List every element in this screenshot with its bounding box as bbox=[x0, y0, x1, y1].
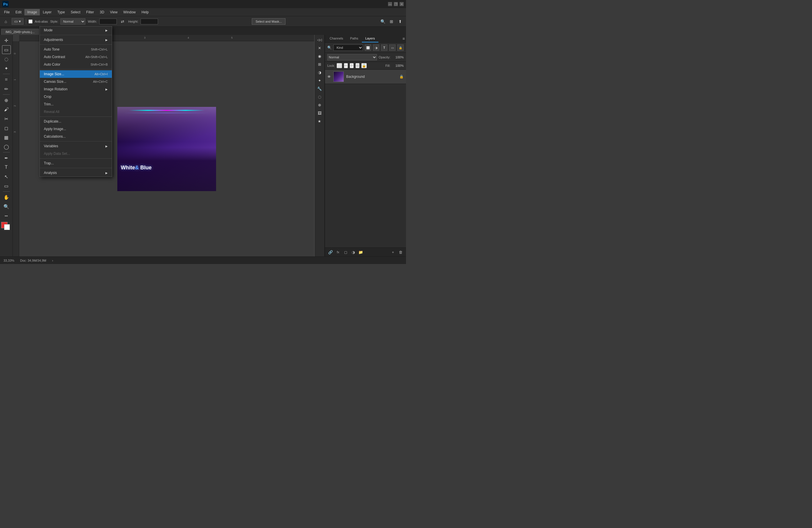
crop-tool[interactable]: ⌗ bbox=[2, 75, 11, 84]
panel-btn-6[interactable]: ◌ bbox=[316, 93, 323, 101]
menu-item-trap[interactable]: Trap... bbox=[40, 159, 112, 167]
lock-transparent-btn[interactable]: ⬜ bbox=[337, 63, 342, 68]
panel-menu-button[interactable]: ≡ bbox=[403, 36, 405, 41]
gradient-tool[interactable]: ▦ bbox=[2, 133, 11, 142]
share-button[interactable]: ⬆ bbox=[397, 18, 404, 25]
layout-button[interactable]: ⊞ bbox=[388, 18, 395, 25]
lock-artboard-btn[interactable]: ⊠ bbox=[356, 63, 360, 68]
doc-info-expand[interactable]: › bbox=[52, 259, 53, 262]
blend-mode-select[interactable]: Normal Dissolve Multiply Screen Overlay bbox=[327, 54, 377, 60]
link-layers-btn[interactable]: 🔗 bbox=[327, 249, 334, 255]
menu-item-auto-tone[interactable]: Auto Tone Shift+Ctrl+L bbox=[40, 46, 112, 53]
menu-3d[interactable]: 3D bbox=[97, 9, 107, 15]
text-tool[interactable]: T bbox=[2, 163, 11, 172]
swap-button[interactable]: ⇄ bbox=[119, 18, 126, 25]
menu-help[interactable]: Help bbox=[139, 9, 151, 15]
panel-btn-8[interactable]: 🖼 bbox=[316, 109, 323, 117]
layer-item-background[interactable]: 👁 Background 🔒 bbox=[325, 70, 406, 84]
tab-channels[interactable]: Channels bbox=[326, 35, 347, 42]
menu-item-image-rotation[interactable]: Image Rotation ▶ bbox=[40, 85, 112, 93]
pen-tool[interactable]: ✒ bbox=[2, 153, 11, 162]
menu-view[interactable]: View bbox=[107, 9, 120, 15]
anti-alias-checkbox[interactable] bbox=[28, 19, 32, 24]
more-tools[interactable]: ••• bbox=[2, 211, 11, 220]
select-and-mask-button[interactable]: Select and Mask... bbox=[252, 18, 286, 25]
new-layer-btn[interactable]: + bbox=[390, 249, 396, 255]
layer-visibility-icon[interactable]: 👁 bbox=[327, 75, 331, 79]
menu-item-auto-contrast[interactable]: Auto Contrast Alt+Shift+Ctrl+L bbox=[40, 53, 112, 61]
lasso-tool[interactable]: ◌ bbox=[2, 55, 11, 63]
height-input[interactable] bbox=[141, 18, 158, 25]
delete-layer-btn[interactable]: 🗑 bbox=[397, 249, 404, 255]
menu-edit[interactable]: Edit bbox=[13, 9, 25, 15]
doc-tab[interactable]: IMG_2949~photo.j... bbox=[1, 29, 39, 35]
smart-filter-btn[interactable]: 🔒 bbox=[397, 44, 404, 51]
type-filter-btn[interactable]: T bbox=[381, 44, 388, 51]
pixel-filter-btn[interactable]: ⬜ bbox=[365, 44, 371, 51]
healing-tool[interactable]: ⊕ bbox=[2, 96, 11, 105]
add-mask-btn[interactable]: ◻ bbox=[343, 249, 349, 255]
lock-all-btn[interactable]: 🔒 bbox=[361, 63, 367, 68]
new-group-btn[interactable]: 📁 bbox=[358, 249, 364, 255]
menu-item-adjustments[interactable]: Adjustments ▶ bbox=[40, 36, 112, 44]
panel-btn-5[interactable]: 🔧 bbox=[316, 85, 323, 92]
menu-image[interactable]: Image bbox=[25, 9, 40, 15]
close-button[interactable]: ✕ bbox=[400, 2, 404, 6]
kind-filter-select[interactable]: Kind bbox=[333, 44, 363, 51]
eyedropper-tool[interactable]: ✏ bbox=[2, 85, 11, 93]
brush-tool[interactable]: 🖌 bbox=[2, 105, 11, 114]
width-input[interactable] bbox=[99, 18, 117, 25]
menu-type[interactable]: Type bbox=[54, 9, 68, 15]
panel-btn-7[interactable]: ⊕ bbox=[316, 101, 323, 108]
clone-tool[interactable]: ✂ bbox=[2, 114, 11, 123]
adjust-filter-btn[interactable]: ◑ bbox=[373, 44, 379, 51]
shape-tool[interactable]: ▭ bbox=[2, 181, 11, 190]
move-tool[interactable]: ✛ bbox=[2, 36, 11, 45]
home-button[interactable]: ⌂ bbox=[2, 18, 9, 25]
panel-btn-4[interactable]: ✦ bbox=[316, 77, 323, 84]
menu-item-image-size[interactable]: Image Size... Alt+Ctrl+I bbox=[40, 70, 112, 78]
style-select[interactable]: Normal Fixed Ratio Fixed Size bbox=[60, 18, 85, 25]
tab-layers[interactable]: Layers bbox=[362, 35, 378, 42]
background-color[interactable] bbox=[4, 224, 10, 230]
panel-btn-2[interactable]: ⊞ bbox=[316, 60, 323, 68]
menu-item-variables[interactable]: Variables ▶ bbox=[40, 142, 112, 150]
shape-filter-btn[interactable]: ▭ bbox=[389, 44, 395, 51]
adjustment-btn[interactable]: ◑ bbox=[350, 249, 356, 255]
dodge-tool[interactable]: ◯ bbox=[2, 142, 11, 151]
lock-image-btn[interactable]: ✏ bbox=[344, 63, 348, 68]
menu-item-apply-image[interactable]: Apply Image... bbox=[40, 125, 112, 133]
magic-wand-tool[interactable]: ✦ bbox=[2, 64, 11, 73]
fx-button[interactable]: fx bbox=[335, 249, 341, 255]
menu-item-calculations[interactable]: Calculations... bbox=[40, 133, 112, 140]
menu-item-duplicate[interactable]: Duplicate... bbox=[40, 118, 112, 125]
path-select-tool[interactable]: ↖ bbox=[2, 172, 11, 181]
menu-file[interactable]: File bbox=[1, 9, 13, 15]
menu-item-mode[interactable]: Mode ▶ bbox=[40, 26, 112, 34]
menu-item-analysis[interactable]: Analysis ▶ bbox=[40, 169, 112, 177]
eraser-tool[interactable]: ◻ bbox=[2, 124, 11, 132]
tab-paths[interactable]: Paths bbox=[347, 35, 362, 42]
panel-btn-1[interactable]: ◉ bbox=[316, 52, 323, 60]
select-rect-tool[interactable]: ▭ bbox=[2, 45, 11, 54]
menu-item-trim[interactable]: Trim... bbox=[40, 101, 112, 108]
menu-window[interactable]: Window bbox=[120, 9, 139, 15]
menu-filter[interactable]: Filter bbox=[83, 9, 97, 15]
maximize-button[interactable]: ❐ bbox=[394, 2, 398, 6]
canvas-image[interactable]: White& Blue bbox=[117, 107, 216, 191]
panel-btn-9[interactable]: ★ bbox=[316, 117, 323, 125]
collapse-panel-button[interactable]: ◁◁ bbox=[316, 36, 323, 44]
search-button[interactable]: 🔍 bbox=[379, 18, 386, 25]
lock-position-btn[interactable]: ✛ bbox=[350, 63, 354, 68]
menu-layer[interactable]: Layer bbox=[40, 9, 54, 15]
panel-btn-3[interactable]: ◑ bbox=[316, 69, 323, 76]
menu-item-canvas-size[interactable]: Canvas Size... Alt+Ctrl+C bbox=[40, 78, 112, 85]
close-panel-button[interactable]: ✕ bbox=[316, 44, 323, 52]
marquee-options[interactable]: ▭ ▾ bbox=[12, 18, 24, 25]
menu-select[interactable]: Select bbox=[68, 9, 83, 15]
menu-item-auto-color[interactable]: Auto Color Shift+Ctrl+B bbox=[40, 61, 112, 68]
zoom-tool[interactable]: 🔍 bbox=[2, 202, 11, 211]
menu-item-crop[interactable]: Crop bbox=[40, 93, 112, 101]
minimize-button[interactable]: — bbox=[388, 2, 392, 6]
hand-tool[interactable]: ✋ bbox=[2, 193, 11, 202]
